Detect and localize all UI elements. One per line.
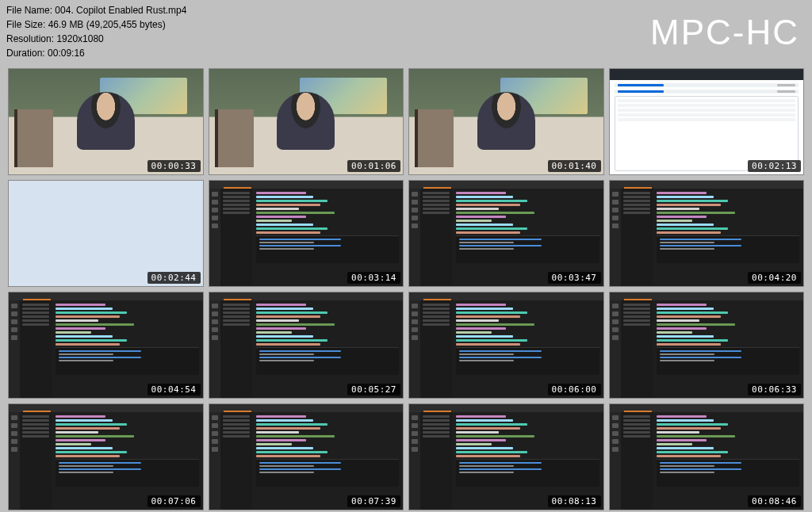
thumbnail[interactable]: 00:04:54: [8, 292, 204, 399]
meta-filesize-value: 46.9 MB (49,205,455 bytes): [48, 19, 166, 30]
thumbnail-timestamp: 00:04:54: [147, 384, 201, 395]
thumbnail[interactable]: 00:02:44: [8, 180, 204, 287]
thumbnail-timestamp: 00:00:33: [147, 160, 201, 172]
thumbnail[interactable]: 00:06:33: [609, 292, 805, 399]
thumbnail-timestamp: 00:04:20: [748, 272, 801, 284]
thumbnail-timestamp: 00:05:27: [347, 384, 400, 395]
thumbnail-timestamp: 00:02:13: [748, 160, 801, 172]
app-watermark: MPC-HC: [650, 6, 799, 59]
thumbnail[interactable]: 00:05:27: [209, 292, 404, 399]
thumbnail[interactable]: 00:04:20: [609, 180, 805, 287]
thumbnail[interactable]: 00:00:33: [8, 68, 204, 175]
meta-filesize-label: File Size:: [6, 19, 48, 30]
thumbnail-timestamp: 00:03:47: [548, 272, 601, 284]
meta-duration-label: Duration:: [6, 48, 48, 59]
thumbnail[interactable]: 00:02:13: [609, 68, 805, 175]
thumbnail-timestamp: 00:01:40: [548, 160, 601, 172]
thumbnail[interactable]: 00:07:39: [209, 403, 404, 510]
thumbnail-timestamp: 00:06:33: [748, 384, 801, 395]
thumbnail[interactable]: 00:07:06: [8, 403, 204, 510]
meta-resolution-value: 1920x1080: [56, 33, 103, 44]
thumbnail[interactable]: 00:01:40: [408, 68, 604, 175]
thumbnail-timestamp: 00:01:06: [347, 160, 400, 172]
thumbnail[interactable]: 00:08:46: [609, 403, 805, 510]
meta-filename-label: File Name:: [6, 5, 55, 16]
thumbnail-grid: 00:00:3300:01:0600:01:40 00:02:1300:02:4…: [0, 63, 812, 512]
thumbnail-timestamp: 00:02:44: [147, 272, 201, 284]
thumbnail-timestamp: 00:08:46: [748, 495, 801, 507]
thumbnail[interactable]: 00:03:47: [408, 180, 604, 287]
thumbnail[interactable]: 00:01:06: [209, 68, 404, 175]
meta-duration-value: 00:09:16: [48, 48, 85, 59]
thumbnail-timestamp: 00:08:13: [548, 495, 601, 507]
thumbnail-timestamp: 00:07:39: [347, 495, 400, 507]
thumbnail-timestamp: 00:07:06: [147, 495, 201, 507]
thumbnail-timestamp: 00:03:14: [347, 272, 400, 284]
meta-resolution-label: Resolution:: [6, 33, 56, 44]
metadata-header: File Name: 004. Copilot Enabled Rust.mp4…: [0, 0, 812, 63]
meta-filename-value: 004. Copilot Enabled Rust.mp4: [55, 5, 186, 16]
thumbnail[interactable]: 00:03:14: [209, 180, 404, 287]
thumbnail[interactable]: 00:08:13: [408, 403, 604, 510]
thumbnail[interactable]: 00:06:00: [408, 292, 604, 399]
thumbnail-timestamp: 00:06:00: [548, 384, 601, 395]
